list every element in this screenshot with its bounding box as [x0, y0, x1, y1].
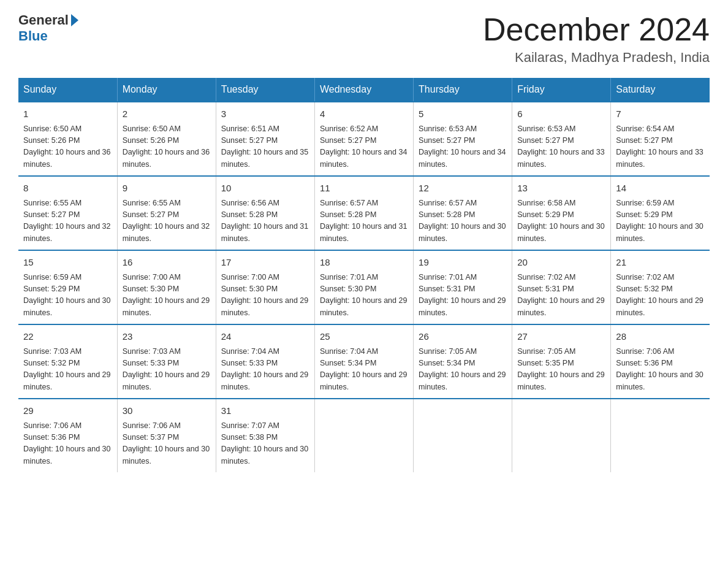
table-row: 5Sunrise: 6:53 AMSunset: 5:27 PMDaylight… — [414, 102, 512, 176]
col-saturday: Saturday — [611, 78, 710, 102]
table-row: 9Sunrise: 6:55 AMSunset: 5:27 PMDaylight… — [117, 176, 216, 250]
cell-sun-info: Sunrise: 7:02 AMSunset: 5:32 PMDaylight:… — [616, 272, 705, 320]
day-number: 22 — [23, 330, 112, 344]
table-row: 23Sunrise: 7:03 AMSunset: 5:33 PMDayligh… — [117, 324, 216, 399]
cell-sun-info: Sunrise: 7:03 AMSunset: 5:32 PMDaylight:… — [23, 346, 112, 394]
cell-sun-info: Sunrise: 7:06 AMSunset: 5:37 PMDaylight:… — [123, 420, 211, 468]
day-number: 12 — [419, 182, 507, 196]
table-row — [314, 399, 413, 472]
table-row: 4Sunrise: 6:52 AMSunset: 5:27 PMDaylight… — [314, 102, 413, 176]
table-row: 16Sunrise: 7:00 AMSunset: 5:30 PMDayligh… — [117, 250, 216, 324]
table-row: 14Sunrise: 6:59 AMSunset: 5:29 PMDayligh… — [611, 176, 710, 250]
cell-sun-info: Sunrise: 6:57 AMSunset: 5:28 PMDaylight:… — [419, 197, 507, 245]
cell-sun-info: Sunrise: 7:06 AMSunset: 5:36 PMDaylight:… — [616, 346, 705, 394]
table-row: 8Sunrise: 6:55 AMSunset: 5:27 PMDaylight… — [18, 176, 117, 250]
day-number: 5 — [419, 107, 507, 121]
day-number: 16 — [123, 256, 211, 270]
day-number: 8 — [23, 182, 112, 196]
cell-sun-info: Sunrise: 7:00 AMSunset: 5:30 PMDaylight:… — [221, 272, 309, 320]
calendar-week-row: 8Sunrise: 6:55 AMSunset: 5:27 PMDaylight… — [18, 176, 710, 250]
table-row: 1Sunrise: 6:50 AMSunset: 5:26 PMDaylight… — [18, 102, 117, 176]
cell-sun-info: Sunrise: 6:54 AMSunset: 5:27 PMDaylight:… — [616, 123, 705, 171]
table-row: 22Sunrise: 7:03 AMSunset: 5:32 PMDayligh… — [18, 324, 117, 399]
month-year-title: December 2024 — [483, 12, 710, 47]
logo: General Blue — [18, 12, 80, 44]
table-row: 24Sunrise: 7:04 AMSunset: 5:33 PMDayligh… — [216, 324, 314, 399]
day-number: 10 — [221, 182, 309, 196]
day-number: 13 — [517, 182, 605, 196]
table-row: 30Sunrise: 7:06 AMSunset: 5:37 PMDayligh… — [117, 399, 216, 472]
calendar-header-row: Sunday Monday Tuesday Wednesday Thursday… — [18, 78, 710, 102]
day-number: 17 — [221, 256, 309, 270]
cell-sun-info: Sunrise: 6:51 AMSunset: 5:27 PMDaylight:… — [221, 123, 309, 171]
location-subtitle: Kailaras, Madhya Pradesh, India — [483, 50, 710, 66]
table-row: 28Sunrise: 7:06 AMSunset: 5:36 PMDayligh… — [611, 324, 710, 399]
cell-sun-info: Sunrise: 7:01 AMSunset: 5:31 PMDaylight:… — [419, 272, 507, 320]
cell-sun-info: Sunrise: 6:53 AMSunset: 5:27 PMDaylight:… — [419, 123, 507, 171]
table-row: 17Sunrise: 7:00 AMSunset: 5:30 PMDayligh… — [216, 250, 314, 324]
logo-text-general: General — [18, 12, 69, 28]
day-number: 31 — [221, 404, 309, 418]
day-number: 29 — [23, 404, 112, 418]
table-row: 18Sunrise: 7:01 AMSunset: 5:30 PMDayligh… — [314, 250, 413, 324]
col-tuesday: Tuesday — [216, 78, 314, 102]
col-friday: Friday — [512, 78, 611, 102]
table-row: 12Sunrise: 6:57 AMSunset: 5:28 PMDayligh… — [414, 176, 512, 250]
cell-sun-info: Sunrise: 6:55 AMSunset: 5:27 PMDaylight:… — [123, 197, 211, 245]
day-number: 21 — [616, 256, 705, 270]
day-number: 23 — [123, 330, 211, 344]
day-number: 7 — [616, 107, 705, 121]
day-number: 15 — [23, 256, 112, 270]
day-number: 26 — [419, 330, 507, 344]
day-number: 25 — [320, 330, 408, 344]
cell-sun-info: Sunrise: 7:06 AMSunset: 5:36 PMDaylight:… — [23, 420, 112, 468]
cell-sun-info: Sunrise: 6:56 AMSunset: 5:28 PMDaylight:… — [221, 197, 309, 245]
table-row: 21Sunrise: 7:02 AMSunset: 5:32 PMDayligh… — [611, 250, 710, 324]
table-row — [414, 399, 512, 472]
table-row: 7Sunrise: 6:54 AMSunset: 5:27 PMDaylight… — [611, 102, 710, 176]
cell-sun-info: Sunrise: 7:05 AMSunset: 5:34 PMDaylight:… — [419, 346, 507, 394]
table-row: 26Sunrise: 7:05 AMSunset: 5:34 PMDayligh… — [414, 324, 512, 399]
col-sunday: Sunday — [18, 78, 117, 102]
calendar-week-row: 22Sunrise: 7:03 AMSunset: 5:32 PMDayligh… — [18, 324, 710, 399]
calendar-table: Sunday Monday Tuesday Wednesday Thursday… — [18, 78, 710, 472]
table-row: 29Sunrise: 7:06 AMSunset: 5:36 PMDayligh… — [18, 399, 117, 472]
day-number: 30 — [123, 404, 211, 418]
calendar-week-row: 1Sunrise: 6:50 AMSunset: 5:26 PMDaylight… — [18, 102, 710, 176]
table-row — [512, 399, 611, 472]
table-row: 15Sunrise: 6:59 AMSunset: 5:29 PMDayligh… — [18, 250, 117, 324]
col-thursday: Thursday — [414, 78, 512, 102]
table-row: 3Sunrise: 6:51 AMSunset: 5:27 PMDaylight… — [216, 102, 314, 176]
table-row: 2Sunrise: 6:50 AMSunset: 5:26 PMDaylight… — [117, 102, 216, 176]
table-row: 19Sunrise: 7:01 AMSunset: 5:31 PMDayligh… — [414, 250, 512, 324]
table-row: 25Sunrise: 7:04 AMSunset: 5:34 PMDayligh… — [314, 324, 413, 399]
day-number: 18 — [320, 256, 408, 270]
cell-sun-info: Sunrise: 6:57 AMSunset: 5:28 PMDaylight:… — [320, 197, 408, 245]
day-number: 3 — [221, 107, 309, 121]
day-number: 1 — [23, 107, 112, 121]
cell-sun-info: Sunrise: 6:58 AMSunset: 5:29 PMDaylight:… — [517, 197, 605, 245]
day-number: 27 — [517, 330, 605, 344]
logo-text-blue: Blue — [18, 28, 48, 44]
cell-sun-info: Sunrise: 7:01 AMSunset: 5:30 PMDaylight:… — [320, 272, 408, 320]
day-number: 14 — [616, 182, 705, 196]
day-number: 6 — [517, 107, 605, 121]
day-number: 4 — [320, 107, 408, 121]
logo-arrow-icon — [71, 14, 78, 26]
cell-sun-info: Sunrise: 7:02 AMSunset: 5:31 PMDaylight:… — [517, 272, 605, 320]
col-wednesday: Wednesday — [314, 78, 413, 102]
col-monday: Monday — [117, 78, 216, 102]
table-row: 11Sunrise: 6:57 AMSunset: 5:28 PMDayligh… — [314, 176, 413, 250]
cell-sun-info: Sunrise: 6:53 AMSunset: 5:27 PMDaylight:… — [517, 123, 605, 171]
cell-sun-info: Sunrise: 7:00 AMSunset: 5:30 PMDaylight:… — [123, 272, 211, 320]
table-row: 20Sunrise: 7:02 AMSunset: 5:31 PMDayligh… — [512, 250, 611, 324]
calendar-week-row: 29Sunrise: 7:06 AMSunset: 5:36 PMDayligh… — [18, 399, 710, 472]
table-row: 31Sunrise: 7:07 AMSunset: 5:38 PMDayligh… — [216, 399, 314, 472]
cell-sun-info: Sunrise: 7:05 AMSunset: 5:35 PMDaylight:… — [517, 346, 605, 394]
cell-sun-info: Sunrise: 6:52 AMSunset: 5:27 PMDaylight:… — [320, 123, 408, 171]
cell-sun-info: Sunrise: 6:59 AMSunset: 5:29 PMDaylight:… — [23, 272, 112, 320]
cell-sun-info: Sunrise: 7:04 AMSunset: 5:34 PMDaylight:… — [320, 346, 408, 394]
table-row: 10Sunrise: 6:56 AMSunset: 5:28 PMDayligh… — [216, 176, 314, 250]
calendar-week-row: 15Sunrise: 6:59 AMSunset: 5:29 PMDayligh… — [18, 250, 710, 324]
day-number: 24 — [221, 330, 309, 344]
